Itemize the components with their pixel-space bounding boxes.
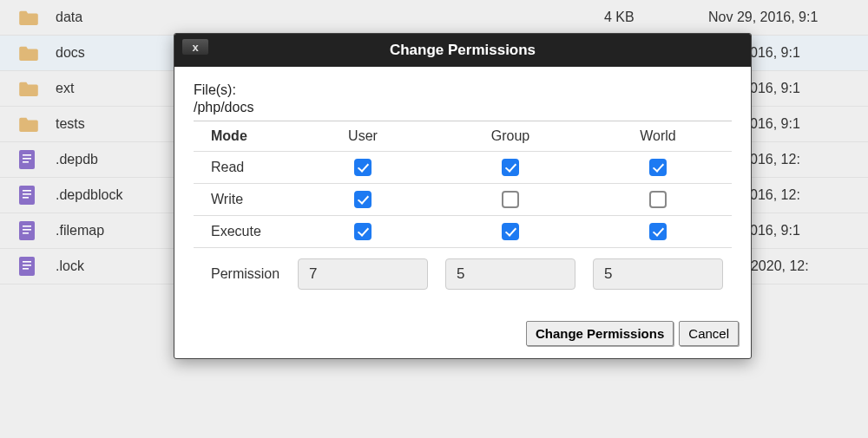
folder-icon (19, 80, 40, 97)
label-write: Write (194, 184, 289, 216)
header-mode: Mode (194, 121, 289, 152)
checkbox-write-user[interactable] (354, 191, 372, 208)
file-name: data (56, 10, 604, 25)
file-date: Nov 29, 2016, 9:1 (708, 10, 856, 25)
checkbox-read-user[interactable] (354, 159, 372, 176)
permission-world-input[interactable] (593, 258, 723, 290)
files-label: File(s): (194, 82, 732, 98)
svg-rect-1 (23, 154, 31, 156)
svg-rect-9 (23, 226, 31, 227)
permission-user-input[interactable] (298, 258, 428, 290)
svg-rect-12 (19, 257, 35, 276)
svg-rect-0 (19, 150, 35, 169)
folder-icon (19, 9, 40, 26)
dialog-footer: Change Permissions Cancel (174, 312, 751, 358)
change-permissions-button[interactable]: Change Permissions (526, 321, 674, 346)
change-permissions-dialog: x Change Permissions File(s): /php/docs … (174, 33, 752, 359)
svg-rect-11 (23, 232, 29, 234)
svg-rect-6 (23, 193, 31, 195)
label-execute: Execute (194, 216, 289, 248)
label-read: Read (194, 152, 289, 184)
file-icon (19, 222, 40, 239)
row-write: Write (194, 184, 732, 216)
dialog-body: File(s): /php/docs Mode User Group World… (174, 67, 751, 312)
checkbox-execute-world[interactable] (649, 223, 667, 240)
row-read: Read (194, 152, 732, 184)
svg-rect-8 (19, 221, 35, 240)
svg-rect-2 (23, 158, 31, 160)
svg-rect-5 (23, 190, 31, 192)
header-group: Group (437, 121, 584, 152)
folder-icon (19, 44, 40, 62)
checkbox-read-world[interactable] (649, 159, 667, 176)
svg-rect-3 (23, 161, 29, 163)
checkbox-write-world[interactable] (649, 191, 667, 208)
close-button[interactable]: x (181, 38, 209, 56)
file-icon (19, 151, 40, 168)
row-execute: Execute (194, 216, 732, 248)
svg-rect-7 (23, 197, 29, 199)
dialog-title-text: Change Permissions (390, 42, 536, 58)
permissions-table: Mode User Group World Read Write Execute (194, 121, 732, 300)
row-permission: Permission (194, 248, 732, 301)
file-size: 4 KB (604, 10, 708, 25)
svg-rect-4 (19, 186, 35, 205)
svg-rect-13 (23, 261, 31, 263)
checkbox-execute-group[interactable] (502, 223, 519, 240)
file-row[interactable]: data4 KBNov 29, 2016, 9:1 (0, 0, 868, 36)
checkbox-execute-user[interactable] (354, 223, 372, 240)
cancel-button[interactable]: Cancel (679, 321, 739, 346)
checkbox-write-group[interactable] (502, 191, 519, 208)
header-user: User (289, 121, 437, 152)
checkbox-read-group[interactable] (502, 159, 519, 176)
label-permission: Permission (194, 248, 289, 301)
svg-rect-15 (23, 268, 29, 270)
close-icon: x (192, 41, 198, 54)
file-icon (19, 186, 40, 204)
files-path: /php/docs (194, 100, 732, 115)
permission-group-input[interactable] (445, 258, 575, 290)
file-icon (19, 258, 40, 275)
svg-rect-10 (23, 229, 31, 231)
dialog-titlebar[interactable]: x Change Permissions (174, 34, 751, 67)
permissions-header-row: Mode User Group World (194, 121, 732, 152)
svg-rect-14 (23, 265, 31, 266)
folder-icon (19, 115, 40, 133)
header-world: World (584, 121, 732, 152)
